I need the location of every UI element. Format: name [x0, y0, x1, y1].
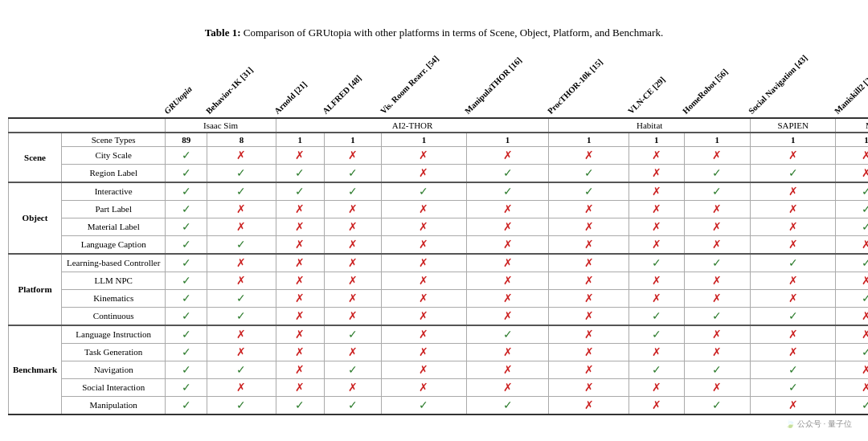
- cell-value: ✗: [549, 146, 629, 164]
- cell-value: ✓: [684, 396, 750, 414]
- cell-value: ✓: [750, 307, 836, 325]
- cell-value: ✗: [549, 200, 629, 218]
- cell-value: ✗: [750, 325, 836, 344]
- col-homerobot: HomeRobot [56]: [684, 46, 750, 118]
- row-label: Learning-based Controller: [62, 254, 166, 272]
- cell-value: ✓: [166, 164, 207, 182]
- cell-value: ✗: [324, 272, 381, 289]
- cell-value: ✗: [549, 254, 629, 272]
- cell-value: ✓: [629, 361, 684, 378]
- cell-value: ✓: [836, 343, 868, 361]
- cell-value: ✗: [382, 164, 467, 182]
- cell-value: ✗: [207, 254, 276, 272]
- cell-value: ✗: [549, 378, 629, 396]
- cell-value: ✓: [629, 254, 684, 272]
- table-row: Task Generation✓✗✗✗✗✗✗✗✗✗✓✗✗: [9, 343, 869, 361]
- sim-ai2thor: AI2-THOR: [276, 118, 549, 133]
- section-label-platform: Platform: [9, 254, 62, 325]
- cell-value: ✓: [166, 182, 207, 201]
- cell-value: ✓: [836, 289, 868, 307]
- cell-value: ✗: [549, 218, 629, 235]
- cell-value: ✓: [466, 325, 549, 344]
- cell-value: 1: [276, 133, 324, 147]
- col-alfred: ALFRED [48]: [324, 46, 381, 118]
- table-row: Kinematics✓✓✗✗✗✗✗✗✗✗✓✗✗: [9, 289, 869, 307]
- table-body: SceneScene Types89811111111111City Scale…: [9, 133, 869, 414]
- cell-value: 8: [207, 133, 276, 147]
- table-row: ObjectInteractive✓✓✓✓✓✓✓✗✓✗✓✗✗: [9, 182, 869, 201]
- table-row: Material Label✓✗✗✗✗✗✗✗✗✗✓✗✗: [9, 218, 869, 235]
- cell-value: ✓: [324, 396, 381, 414]
- col-socialnav: Social Navigation [43]: [750, 46, 836, 118]
- cell-value: ✗: [629, 289, 684, 307]
- cell-value: ✓: [382, 396, 467, 414]
- cell-value: ✓: [684, 254, 750, 272]
- cell-value: ✓: [684, 307, 750, 325]
- cell-value: ✗: [836, 272, 868, 289]
- cell-value: ✗: [324, 307, 381, 325]
- cell-value: ✓: [750, 164, 836, 182]
- cell-value: ✗: [684, 218, 750, 235]
- cell-value: ✗: [750, 235, 836, 254]
- cell-value: ✗: [276, 254, 324, 272]
- cell-value: ✗: [466, 343, 549, 361]
- cell-value: ✗: [324, 200, 381, 218]
- row-label: Social Interaction: [62, 378, 166, 396]
- cell-value: ✓: [836, 200, 868, 218]
- cell-value: ✗: [466, 235, 549, 254]
- table-row: PlatformLearning-based Controller✓✗✗✗✗✗✗…: [9, 254, 869, 272]
- cell-value: ✓: [684, 361, 750, 378]
- table-row: Manipulation✓✓✓✓✓✓✗✗✓✗✓✗✗: [9, 396, 869, 414]
- cell-value: ✓: [166, 343, 207, 361]
- comparison-table: GRUtopia Behavior-1K [31] Arnold [21] AL…: [8, 46, 868, 415]
- cell-value: ✓: [207, 289, 276, 307]
- cell-value: ✓: [166, 146, 207, 164]
- section-label-object: Object: [9, 182, 62, 254]
- cell-value: ✓: [549, 164, 629, 182]
- cell-value: ✓: [382, 182, 467, 201]
- cell-value: ✓: [684, 182, 750, 201]
- cell-value: ✗: [684, 235, 750, 254]
- cell-value: 1: [629, 133, 684, 147]
- cell-value: ✗: [466, 307, 549, 325]
- cell-value: 1: [324, 133, 381, 147]
- cell-value: ✗: [836, 307, 868, 325]
- cell-value: ✗: [549, 289, 629, 307]
- cell-value: ✗: [207, 325, 276, 344]
- cell-value: ✓: [324, 182, 381, 201]
- cell-value: ✗: [466, 218, 549, 235]
- cell-value: ✗: [382, 325, 467, 344]
- cell-value: ✗: [466, 361, 549, 378]
- cell-value: ✓: [836, 182, 868, 201]
- cell-value: ✗: [207, 146, 276, 164]
- cell-value: ✓: [166, 254, 207, 272]
- cell-value: ✗: [276, 218, 324, 235]
- col-manipulathor: ManipulaTHOR [16]: [466, 46, 549, 118]
- cell-value: ✗: [466, 200, 549, 218]
- col-maniskill2: Maniskill2 [22]: [836, 46, 868, 118]
- section-label-benchmark: Benchmark: [9, 325, 62, 414]
- cell-value: ✗: [549, 343, 629, 361]
- cell-value: ✗: [324, 254, 381, 272]
- cell-value: ✗: [629, 164, 684, 182]
- table-row: BenchmarkLanguage Instruction✓✗✗✓✗✓✗✓✗✗✗…: [9, 325, 869, 344]
- cell-value: ✓: [750, 378, 836, 396]
- cell-value: ✓: [629, 307, 684, 325]
- cell-value: ✗: [549, 325, 629, 344]
- row-label: Region Label: [62, 164, 166, 182]
- row-label: Navigation: [62, 361, 166, 378]
- cell-value: ✓: [549, 182, 629, 201]
- cell-value: ✓: [750, 361, 836, 378]
- cell-value: ✓: [276, 164, 324, 182]
- row-label: Scene Types: [62, 133, 166, 147]
- simulator-empty: [9, 118, 166, 133]
- row-label: LLM NPC: [62, 272, 166, 289]
- cell-value: ✗: [684, 146, 750, 164]
- cell-value: ✗: [276, 200, 324, 218]
- col-procthor: ProcTHOR-10k [15]: [549, 46, 629, 118]
- cell-value: ✓: [836, 218, 868, 235]
- cell-value: ✓: [466, 182, 549, 201]
- cell-value: ✗: [629, 218, 684, 235]
- sim-sapien: SAPIEN: [750, 118, 836, 133]
- cell-value: 1: [549, 133, 629, 147]
